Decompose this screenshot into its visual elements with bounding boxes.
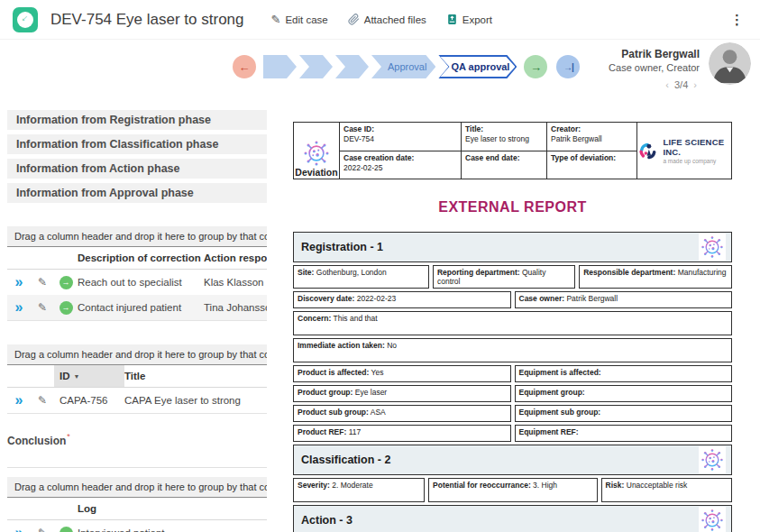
skip-to-end-icon: →|: [563, 62, 573, 72]
company-logo-cell: LIFE SCIENCE INC. a made up company: [636, 122, 732, 179]
group-drop-zone[interactable]: Drag a column header and drop it here to…: [7, 226, 267, 247]
kebab-menu-icon[interactable]: ⋮: [727, 12, 747, 28]
field-value: Patrik Bergwall: [551, 134, 602, 143]
expand-row-icon[interactable]: »: [15, 274, 23, 289]
panel-info-classification-phase[interactable]: Information from Classification phase: [7, 134, 267, 154]
section-classification: Classification - 2 Severity: 2. Moderate…: [293, 445, 732, 502]
field-label: Case ID:: [343, 124, 374, 133]
expand-row-icon[interactable]: »: [15, 392, 23, 408]
step-label: QA approval: [438, 61, 517, 72]
capa-grid-header: ID ▼ Title: [7, 365, 267, 388]
corrections-grid-header: Description of correction Action respons…: [7, 247, 267, 270]
field-label: Equipment is affected:: [519, 368, 601, 377]
section-registration: Registration - 1 Site: Gothenburg, Londo…: [293, 232, 732, 442]
group-drop-zone[interactable]: Drag a column header and drop it here to…: [7, 344, 267, 365]
step-label: Approval: [388, 61, 426, 72]
conclusion-field: Conclusion*: [7, 432, 267, 468]
column-header-id[interactable]: ID ▼: [54, 365, 124, 387]
pager-next-icon[interactable]: ›: [691, 79, 700, 90]
panel-info-approval-phase[interactable]: Information from Approval phase: [7, 183, 267, 203]
edit-row-icon[interactable]: ✎: [38, 394, 47, 407]
field-value: ASA: [371, 408, 386, 417]
pager-prev-icon[interactable]: ‹: [663, 79, 672, 90]
column-header-title[interactable]: Title: [124, 365, 267, 387]
field-value: Manufacturing: [678, 268, 727, 277]
workflow-skip-to-end-button[interactable]: →|: [556, 55, 580, 78]
field-label: Reporting department:: [437, 268, 520, 277]
report-title: EXTERNAL REPORT: [293, 199, 732, 216]
workflow-step-classification[interactable]: [299, 55, 333, 78]
user-pager: ‹ 3/4 ›: [609, 79, 700, 90]
section-heading: Action - 3: [301, 514, 353, 527]
field-label: Equipment sub group:: [519, 408, 601, 417]
go-row-icon[interactable]: →: [60, 527, 73, 532]
section-heading: Classification - 2: [301, 454, 390, 466]
app-logo[interactable]: →: [13, 7, 38, 32]
user-name: Patrik Bergwall: [609, 48, 700, 60]
expand-row-icon[interactable]: »: [15, 299, 23, 315]
panel-info-registration-phase[interactable]: Information from Registration phase: [7, 110, 267, 130]
arrow-right-icon: →: [530, 60, 542, 74]
table-row: » ✎ → Reach out to specialist Klas Klass…: [7, 270, 267, 295]
export-button[interactable]: Export: [446, 13, 492, 26]
company-tagline: a made up company: [663, 158, 731, 164]
doc-type-label: Deviation: [295, 167, 337, 178]
edit-case-button[interactable]: ✎ Edit case: [271, 13, 328, 26]
field-label: Concern:: [298, 314, 331, 323]
field-label: Responsible department:: [583, 268, 675, 277]
table-row: » ✎ → Interviewed patient: [7, 520, 267, 532]
case-title: DEV-754 Eye laser to strong: [50, 11, 244, 29]
workflow-forward-button[interactable]: →: [524, 55, 547, 78]
field-label: Discovery date:: [298, 294, 354, 303]
column-header-log[interactable]: Log: [78, 498, 258, 519]
edit-row-icon[interactable]: ✎: [38, 301, 47, 314]
cell-id: CAPA-756: [54, 390, 124, 411]
workflow-step-qa-approval-current[interactable]: QA approval: [438, 55, 517, 78]
virus-icon: [699, 507, 726, 532]
workflow-stepper: ← Approval QA approval → →|: [233, 55, 580, 78]
field-label: Product is affected:: [298, 368, 369, 377]
edit-row-icon[interactable]: ✎: [38, 276, 47, 289]
report-header-col-1: Case ID:DEV-754 Case creation date:2022-…: [340, 122, 462, 179]
conclusion-label: Conclusion: [7, 435, 66, 447]
deviation-type-cell: Deviation: [293, 122, 340, 179]
panel-info-action-phase[interactable]: Information from Action phase: [7, 159, 267, 179]
field-label: Title:: [465, 124, 483, 133]
attached-files-button[interactable]: Attached files: [348, 13, 426, 26]
field-value: 117: [349, 427, 362, 436]
case-left-panel: Information from Registration phase Info…: [7, 110, 267, 532]
export-label: Export: [462, 14, 492, 25]
field-value: 2022-02-25: [343, 163, 382, 172]
field-label: Type of deviation:: [551, 153, 616, 162]
cell-responsible: Tina Johansson: [204, 297, 267, 318]
pager-value: 3/4: [674, 79, 688, 90]
field-label: Case creation date:: [343, 153, 414, 162]
life-science-logo-icon: [637, 138, 658, 163]
field-value: Patrik Bergwall: [566, 294, 618, 303]
go-row-icon[interactable]: →: [60, 276, 73, 289]
edit-row-icon[interactable]: ✎: [38, 527, 47, 532]
workflow-step-approval[interactable]: Approval: [371, 55, 435, 78]
field-label: Equipment group:: [519, 388, 585, 397]
column-header-responsible[interactable]: Action responsible: [204, 247, 267, 269]
log-grid-header: Log: [7, 498, 267, 520]
section-heading: Registration - 1: [301, 241, 383, 253]
required-mark: *: [67, 432, 70, 441]
field-value: 2022-02-23: [357, 294, 396, 303]
field-label: Creator:: [551, 124, 581, 133]
avatar[interactable]: [709, 42, 751, 85]
field-label: Severity:: [298, 481, 330, 490]
expand-row-icon[interactable]: »: [15, 525, 23, 532]
conclusion-input[interactable]: [7, 454, 267, 468]
workflow-back-button[interactable]: ←: [233, 55, 256, 78]
workflow-step-action[interactable]: [335, 55, 369, 78]
workflow-step-registration[interactable]: [263, 55, 297, 78]
go-row-icon[interactable]: →: [60, 301, 73, 315]
field-label: Risk:: [606, 481, 625, 490]
column-header-description[interactable]: Description of correction: [78, 247, 204, 269]
report-header-table: Deviation Case ID:DEV-754 Case creation …: [293, 122, 732, 179]
field-label: Equipment REF:: [519, 427, 579, 436]
edit-case-label: Edit case: [285, 14, 327, 25]
field-label: Product group:: [298, 388, 353, 397]
group-drop-zone[interactable]: Drag a column header and drop it here to…: [7, 477, 267, 498]
